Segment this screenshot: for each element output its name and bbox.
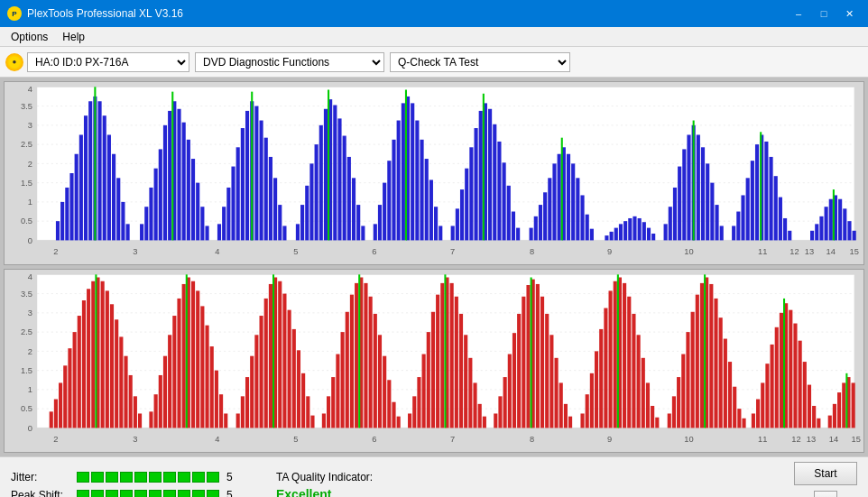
svg-rect-229	[110, 304, 114, 428]
svg-rect-151	[741, 195, 744, 240]
svg-text:8: 8	[530, 434, 534, 444]
svg-rect-259	[264, 299, 268, 428]
svg-rect-343	[691, 312, 695, 428]
svg-rect-130	[628, 218, 632, 240]
led-1	[77, 472, 89, 483]
svg-rect-101	[474, 128, 477, 240]
svg-rect-227	[101, 281, 105, 428]
svg-rect-352	[733, 387, 736, 428]
start-button[interactable]: Start	[794, 462, 857, 485]
svg-rect-144	[701, 147, 705, 240]
svg-text:1: 1	[28, 197, 32, 207]
svg-rect-165	[825, 207, 828, 240]
menu-help[interactable]: Help	[55, 29, 92, 45]
top-chart-svg: 0 0.5 1 1.5 2 2.5 3 3.5 4	[5, 82, 863, 264]
svg-text:15: 15	[849, 246, 858, 256]
svg-rect-57	[245, 111, 249, 241]
svg-rect-98	[460, 189, 464, 240]
svg-rect-264	[288, 310, 291, 428]
svg-rect-318	[559, 382, 563, 428]
svg-rect-339	[672, 396, 676, 428]
svg-rect-281	[374, 314, 377, 428]
svg-rect-241	[172, 316, 176, 428]
peak-shift-label: Peak Shift:	[11, 489, 69, 497]
svg-text:4: 4	[215, 246, 219, 256]
svg-text:10: 10	[684, 434, 693, 444]
svg-text:3: 3	[28, 120, 32, 130]
svg-rect-330	[623, 283, 626, 428]
svg-rect-338	[668, 413, 671, 428]
svg-rect-309	[517, 314, 521, 428]
maximize-button[interactable]: □	[812, 4, 836, 23]
svg-rect-305	[498, 396, 502, 428]
svg-rect-358	[765, 364, 769, 428]
menu-options[interactable]: Options	[4, 29, 55, 45]
svg-rect-313	[536, 284, 540, 428]
led-9	[192, 472, 205, 483]
svg-rect-95	[439, 225, 442, 240]
svg-text:7: 7	[450, 434, 455, 444]
svg-rect-171	[853, 231, 856, 241]
minimize-button[interactable]: –	[787, 4, 810, 23]
svg-text:12: 12	[790, 246, 799, 256]
svg-rect-251	[219, 394, 223, 428]
svg-rect-242	[177, 299, 180, 428]
svg-rect-157	[769, 157, 772, 240]
svg-rect-300	[468, 358, 472, 428]
svg-rect-277	[355, 283, 358, 428]
svg-rect-164	[819, 216, 823, 241]
svg-rect-349	[719, 318, 723, 428]
svg-rect-308	[512, 333, 516, 428]
svg-rect-247	[200, 306, 204, 428]
svg-rect-37	[144, 207, 148, 240]
svg-text:6: 6	[372, 246, 376, 256]
svg-rect-29	[97, 101, 101, 240]
svg-rect-324	[595, 351, 598, 428]
svg-rect-132	[638, 218, 642, 240]
svg-rect-148	[720, 225, 724, 240]
svg-text:10: 10	[684, 246, 693, 256]
svg-text:3.5: 3.5	[21, 289, 32, 299]
svg-rect-66	[296, 224, 300, 240]
function-select[interactable]: DVD Diagnostic Functions	[195, 52, 384, 72]
info-button[interactable]: i	[814, 491, 837, 497]
svg-rect-52	[222, 207, 226, 240]
svg-rect-99	[465, 169, 468, 241]
svg-text:4: 4	[28, 84, 32, 94]
svg-rect-79	[356, 205, 360, 240]
device-select[interactable]: HA:0 ID:0 PX-716A	[27, 52, 189, 72]
svg-rect-232	[124, 356, 127, 428]
svg-rect-23	[69, 173, 73, 240]
svg-text:13: 13	[805, 246, 814, 256]
svg-rect-113	[539, 205, 542, 240]
svg-rect-170	[847, 221, 851, 240]
svg-rect-279	[364, 283, 367, 428]
svg-rect-91	[420, 140, 423, 241]
svg-rect-39	[154, 169, 158, 241]
ps-led-9	[192, 490, 205, 497]
svg-rect-287	[408, 413, 411, 428]
ps-led-4	[120, 490, 133, 497]
svg-text:2: 2	[53, 434, 58, 444]
svg-rect-333	[637, 335, 641, 428]
svg-rect-158	[774, 176, 778, 240]
main-content: 0 0.5 1 1.5 2 2.5 3 3.5 4	[0, 78, 868, 456]
svg-rect-78	[352, 178, 356, 240]
svg-rect-76	[343, 136, 346, 241]
svg-rect-286	[397, 417, 401, 428]
svg-rect-109	[512, 212, 515, 241]
svg-rect-342	[686, 332, 689, 428]
svg-rect-292	[431, 312, 435, 428]
svg-text:4: 4	[28, 272, 32, 281]
close-button[interactable]: ✕	[837, 4, 861, 23]
svg-rect-220	[68, 348, 71, 428]
svg-rect-222	[78, 316, 81, 428]
svg-rect-271	[327, 396, 330, 428]
svg-rect-260	[269, 284, 272, 428]
svg-text:9: 9	[607, 246, 612, 256]
ta-quality-section: TA Quality Indicator: Excellent	[276, 471, 373, 497]
svg-rect-366	[803, 362, 807, 428]
test-select[interactable]: Q-Check TA Test	[390, 52, 570, 72]
svg-rect-315	[545, 314, 549, 428]
svg-rect-224	[87, 289, 90, 428]
